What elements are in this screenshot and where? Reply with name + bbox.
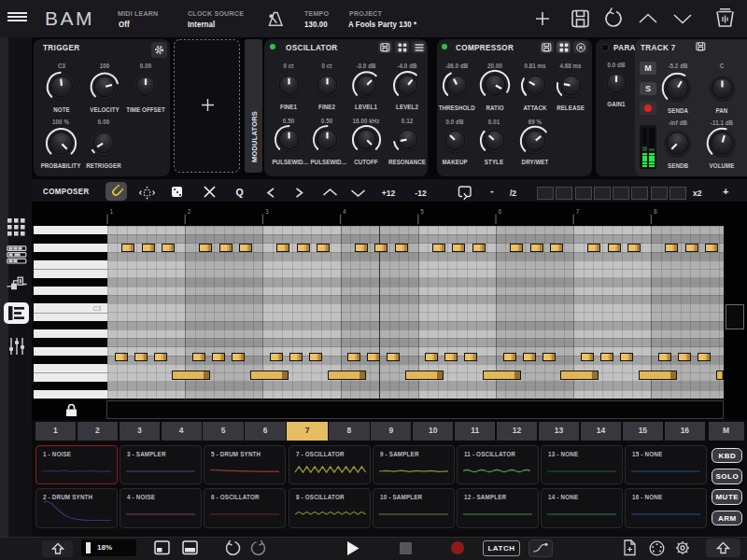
svg-text:3: 3 — [265, 208, 269, 215]
svg-text:2: 2 — [188, 208, 191, 215]
svg-text:5: 5 — [420, 208, 424, 215]
svg-text:4: 4 — [343, 208, 346, 215]
svg-text:8: 8 — [654, 208, 657, 215]
svg-text:7: 7 — [576, 208, 580, 215]
svg-text:6: 6 — [499, 208, 502, 215]
svg-text:1: 1 — [110, 208, 114, 215]
